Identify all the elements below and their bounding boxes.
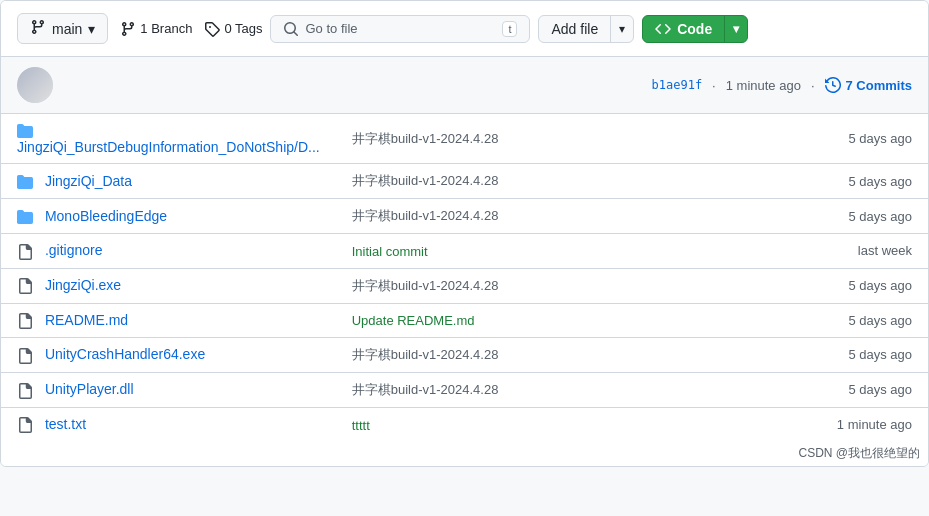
watermark: CSDN @我也很绝望的 [1,441,928,466]
commit-info: b1ae91f · 1 minute ago · 7 Commits [652,77,912,93]
table-row: JingziQi.exe 井字棋build-v1-2024.4.28 5 day… [1,268,928,303]
file-icon [17,278,33,294]
commit-message: 井字棋build-v1-2024.4.28 [352,347,499,362]
file-icon [17,244,33,260]
commit-message-cell: 井字棋build-v1-2024.4.28 [336,337,808,372]
add-file-caret-icon: ▾ [611,17,633,41]
file-time: 5 days ago [848,174,912,189]
time-cell: last week [808,234,928,268]
commit-message: 井字棋build-v1-2024.4.28 [352,382,499,397]
avatar [17,67,53,103]
table-row: JingziQi_Data 井字棋build-v1-2024.4.28 5 da… [1,164,928,199]
file-name-link[interactable]: .gitignore [45,242,103,258]
file-name-cell: JingziQi.exe [1,268,336,303]
file-name-cell: MonoBleedingEdge [1,199,336,234]
add-file-button[interactable]: Add file ▾ [538,15,634,43]
branch-count-label: 1 Branch [140,21,192,36]
file-name-link[interactable]: JingziQi_BurstDebugInformation_DoNotShip… [17,139,320,155]
commit-message: 井字棋build-v1-2024.4.28 [352,173,499,188]
file-time: 5 days ago [848,278,912,293]
commits-count-label: 7 Commits [846,78,912,93]
code-button[interactable]: Code ▾ [642,15,748,43]
file-time: 1 minute ago [837,417,912,432]
table-row: UnityPlayer.dll 井字棋build-v1-2024.4.28 5 … [1,372,928,407]
file-name-link[interactable]: README.md [45,312,128,328]
table-row: MonoBleedingEdge 井字棋build-v1-2024.4.28 5… [1,199,928,234]
commit-message: ttttt [352,418,370,433]
table-row: test.txt ttttt 1 minute ago [1,407,928,441]
code-caret-icon: ▾ [725,17,747,41]
file-icon [17,348,33,364]
file-icon [17,383,33,399]
commit-bar: b1ae91f · 1 minute ago · 7 Commits [1,57,928,114]
commit-message-cell: 井字棋build-v1-2024.4.28 [336,372,808,407]
folder-icon [17,174,33,190]
file-time: 5 days ago [848,313,912,328]
commit-message-cell: 井字棋build-v1-2024.4.28 [336,164,808,199]
table-row: .gitignore Initial commit last week [1,234,928,268]
file-name-cell: UnityCrashHandler64.exe [1,337,336,372]
file-name-link[interactable]: JingziQi_Data [45,173,132,189]
time-cell: 5 days ago [808,164,928,199]
commit-message: 井字棋build-v1-2024.4.28 [352,131,499,146]
file-name-link[interactable]: UnityCrashHandler64.exe [45,346,205,362]
commit-message-cell: Update README.md [336,303,808,337]
code-icon [655,21,671,37]
commit-message: 井字棋build-v1-2024.4.28 [352,208,499,223]
search-shortcut: t [502,21,517,37]
file-table: JingziQi_BurstDebugInformation_DoNotShip… [1,114,928,441]
table-row: JingziQi_BurstDebugInformation_DoNotShip… [1,114,928,164]
file-time: 5 days ago [848,209,912,224]
branch-count-link[interactable]: 1 Branch [120,21,192,37]
file-name-link[interactable]: MonoBleedingEdge [45,208,167,224]
commit-message-cell: 井字棋build-v1-2024.4.28 [336,114,808,164]
search-icon [283,21,299,37]
time-cell: 5 days ago [808,372,928,407]
code-label: Code [643,16,725,42]
commit-message-cell: 井字棋build-v1-2024.4.28 [336,268,808,303]
file-name-link[interactable]: JingziQi.exe [45,277,121,293]
file-time: 5 days ago [848,347,912,362]
branch-caret-icon: ▾ [88,21,95,37]
toolbar: main ▾ 1 Branch 0 Tags [1,1,928,57]
time-cell: 5 days ago [808,337,928,372]
commit-message: 井字棋build-v1-2024.4.28 [352,278,499,293]
search-placeholder: Go to file [305,21,357,36]
time-cell: 5 days ago [808,268,928,303]
file-name-cell: JingziQi_Data [1,164,336,199]
file-time: last week [858,243,912,258]
commit-time: 1 minute ago [726,78,801,93]
add-file-label: Add file [539,16,611,42]
folder-icon [17,209,33,225]
file-name-link[interactable]: test.txt [45,416,86,432]
history-icon [825,77,841,93]
meta-links: 1 Branch 0 Tags [120,21,262,37]
file-name-cell: UnityPlayer.dll [1,372,336,407]
time-cell: 1 minute ago [808,407,928,441]
file-name-link[interactable]: UnityPlayer.dll [45,381,134,397]
file-time: 5 days ago [848,382,912,397]
file-name-cell: .gitignore [1,234,336,268]
branch-name: main [52,21,82,37]
time-cell: 5 days ago [808,199,928,234]
file-time: 5 days ago [848,131,912,146]
file-name-cell: test.txt [1,407,336,441]
file-icon [17,417,33,433]
file-icon [17,313,33,329]
table-row: UnityCrashHandler64.exe 井字棋build-v1-2024… [1,337,928,372]
branch-button[interactable]: main ▾ [17,13,108,44]
search-area: Go to file t Add file ▾ Code ▾ [270,15,912,43]
branch-icon [30,19,46,38]
tag-count-label: 0 Tags [224,21,262,36]
commit-message-cell: 井字棋build-v1-2024.4.28 [336,199,808,234]
search-box[interactable]: Go to file t [270,15,530,43]
commits-link[interactable]: 7 Commits [825,77,912,93]
commit-hash[interactable]: b1ae91f [652,78,703,92]
time-cell: 5 days ago [808,303,928,337]
commit-message: Update README.md [352,313,475,328]
file-name-cell: README.md [1,303,336,337]
commit-message-cell: Initial commit [336,234,808,268]
table-row: README.md Update README.md 5 days ago [1,303,928,337]
file-name-cell: JingziQi_BurstDebugInformation_DoNotShip… [1,114,336,164]
tag-count-link[interactable]: 0 Tags [204,21,262,37]
